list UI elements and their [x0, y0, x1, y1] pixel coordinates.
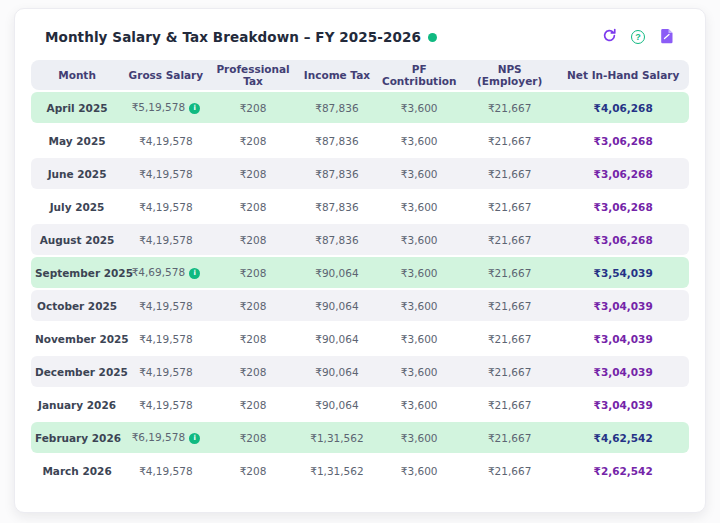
- pf-contribution-value: ₹3,600: [401, 465, 438, 477]
- month-cell: April 2025: [31, 92, 123, 123]
- pf-contribution-value: ₹3,600: [401, 333, 438, 345]
- pf-contribution-cell: ₹3,600: [376, 356, 462, 387]
- professional-tax-cell: ₹208: [209, 422, 298, 453]
- table-row: March 2026₹4,19,578₹208₹1,31,562₹3,600₹2…: [31, 455, 689, 486]
- professional-tax-value: ₹208: [240, 201, 267, 213]
- gross-salary-cell: ₹4,19,578: [123, 356, 209, 387]
- nps-employer-value: ₹21,667: [488, 267, 531, 279]
- month-value: August 2025: [40, 234, 115, 246]
- month-value: July 2025: [50, 201, 105, 213]
- info-icon[interactable]: i: [189, 268, 200, 279]
- table-row: January 2026₹4,19,578₹208₹90,064₹3,600₹2…: [31, 389, 689, 420]
- net-in-hand-cell: ₹4,06,268: [557, 92, 689, 123]
- nps-employer-value: ₹21,667: [488, 366, 531, 378]
- refresh-button[interactable]: [601, 29, 617, 45]
- professional-tax-value: ₹208: [240, 465, 267, 477]
- column-header-income-tax: Income Tax: [297, 60, 376, 90]
- nps-employer-value: ₹21,667: [488, 465, 531, 477]
- info-icon[interactable]: i: [189, 433, 200, 444]
- pf-contribution-value: ₹3,600: [401, 300, 438, 312]
- professional-tax-cell: ₹208: [209, 389, 298, 420]
- pf-contribution-value: ₹3,600: [401, 168, 438, 180]
- nps-employer-cell: ₹21,667: [462, 455, 557, 486]
- nps-employer-cell: ₹21,667: [462, 257, 557, 288]
- salary-breakdown-card: Monthly Salary & Tax Breakdown – FY 2025…: [14, 8, 706, 513]
- net-in-hand-value: ₹3,54,039: [594, 267, 653, 279]
- gross-salary-value: ₹4,69,578: [132, 266, 185, 278]
- net-in-hand-cell: ₹3,04,039: [557, 290, 689, 321]
- pf-contribution-cell: ₹3,600: [376, 191, 462, 222]
- nps-employer-value: ₹21,667: [488, 300, 531, 312]
- page-title: Monthly Salary & Tax Breakdown – FY 2025…: [45, 29, 421, 45]
- net-in-hand-value: ₹4,62,542: [594, 432, 653, 444]
- pf-contribution-value: ₹3,600: [401, 135, 438, 147]
- pf-contribution-cell: ₹3,600: [376, 290, 462, 321]
- income-tax-cell: ₹90,064: [297, 290, 376, 321]
- salary-table: MonthGross SalaryProfessional TaxIncome …: [31, 58, 689, 488]
- income-tax-value: ₹90,064: [315, 267, 358, 279]
- column-header-month: Month: [31, 60, 123, 90]
- gross-salary-cell: ₹6,19,578i: [123, 422, 209, 453]
- net-in-hand-cell: ₹2,62,542: [557, 455, 689, 486]
- income-tax-cell: ₹87,836: [297, 158, 376, 189]
- column-header-professional-tax: Professional Tax: [209, 60, 298, 90]
- professional-tax-cell: ₹208: [209, 323, 298, 354]
- gross-salary-value: ₹4,19,578: [139, 135, 192, 147]
- professional-tax-value: ₹208: [240, 432, 267, 444]
- gross-salary-cell: ₹4,19,578: [123, 455, 209, 486]
- professional-tax-cell: ₹208: [209, 224, 298, 255]
- document-button[interactable]: [659, 29, 675, 45]
- month-value: December 2025: [35, 366, 128, 378]
- table-row: December 2025₹4,19,578₹208₹90,064₹3,600₹…: [31, 356, 689, 387]
- nps-employer-cell: ₹21,667: [462, 290, 557, 321]
- document-icon: [660, 28, 674, 47]
- professional-tax-cell: ₹208: [209, 92, 298, 123]
- pf-contribution-cell: ₹3,600: [376, 125, 462, 156]
- gross-salary-cell: ₹4,19,578: [123, 290, 209, 321]
- net-in-hand-value: ₹2,62,542: [594, 465, 653, 477]
- month-cell: November 2025: [31, 323, 123, 354]
- help-button[interactable]: ?: [630, 29, 646, 45]
- net-in-hand-cell: ₹3,06,268: [557, 191, 689, 222]
- gross-salary-cell: ₹4,19,578: [123, 125, 209, 156]
- month-cell: March 2026: [31, 455, 123, 486]
- professional-tax-cell: ₹208: [209, 356, 298, 387]
- income-tax-value: ₹87,836: [315, 102, 358, 114]
- net-in-hand-cell: ₹3,54,039: [557, 257, 689, 288]
- income-tax-cell: ₹90,064: [297, 356, 376, 387]
- column-header-pf-contribution: PF Contribution: [376, 60, 462, 90]
- pf-contribution-value: ₹3,600: [401, 432, 438, 444]
- net-in-hand-cell: ₹3,04,039: [557, 389, 689, 420]
- info-icon[interactable]: i: [189, 103, 200, 114]
- net-in-hand-cell: ₹3,06,268: [557, 158, 689, 189]
- nps-employer-value: ₹21,667: [488, 333, 531, 345]
- net-in-hand-value: ₹3,04,039: [594, 366, 653, 378]
- pf-contribution-cell: ₹3,600: [376, 158, 462, 189]
- nps-employer-cell: ₹21,667: [462, 125, 557, 156]
- net-in-hand-cell: ₹3,04,039: [557, 323, 689, 354]
- income-tax-value: ₹87,836: [315, 135, 358, 147]
- professional-tax-value: ₹208: [240, 267, 267, 279]
- professional-tax-value: ₹208: [240, 102, 267, 114]
- professional-tax-value: ₹208: [240, 399, 267, 411]
- help-icon: ?: [631, 30, 645, 44]
- month-value: November 2025: [35, 333, 129, 345]
- income-tax-cell: ₹1,31,562: [297, 422, 376, 453]
- nps-employer-cell: ₹21,667: [462, 92, 557, 123]
- professional-tax-cell: ₹208: [209, 125, 298, 156]
- column-header-net-in-hand-salary: Net In-Hand Salary: [557, 60, 689, 90]
- table-row: October 2025₹4,19,578₹208₹90,064₹3,600₹2…: [31, 290, 689, 321]
- nps-employer-cell: ₹21,667: [462, 191, 557, 222]
- income-tax-value: ₹90,064: [315, 300, 358, 312]
- table-row: July 2025₹4,19,578₹208₹87,836₹3,600₹21,6…: [31, 191, 689, 222]
- gross-salary-cell: ₹4,19,578: [123, 191, 209, 222]
- gross-salary-cell: ₹4,19,578: [123, 323, 209, 354]
- gross-salary-value: ₹6,19,578: [132, 431, 185, 443]
- pf-contribution-value: ₹3,600: [401, 201, 438, 213]
- net-in-hand-value: ₹3,04,039: [594, 300, 653, 312]
- month-value: February 2026: [35, 432, 121, 444]
- net-in-hand-value: ₹3,06,268: [594, 201, 653, 213]
- nps-employer-value: ₹21,667: [488, 432, 531, 444]
- professional-tax-value: ₹208: [240, 366, 267, 378]
- nps-employer-cell: ₹21,667: [462, 389, 557, 420]
